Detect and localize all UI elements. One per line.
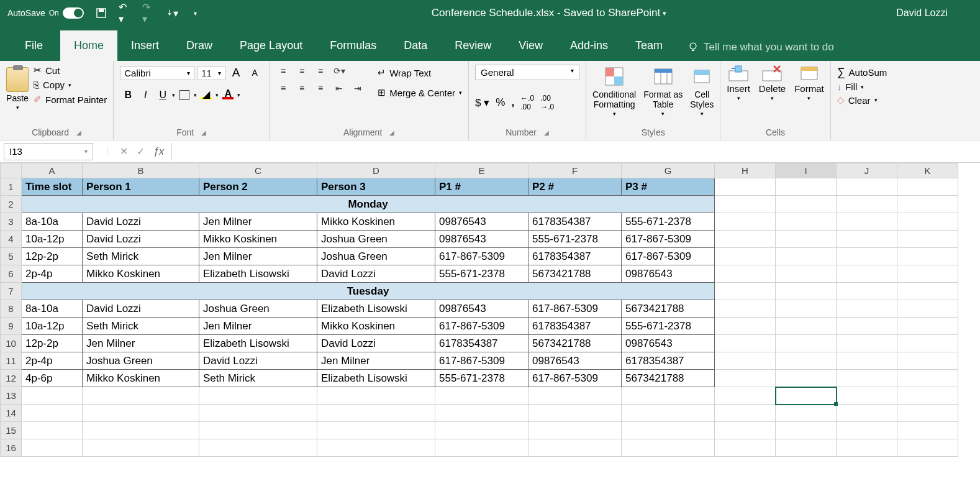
data-cell[interactable]: 617-867-5309 <box>622 248 715 265</box>
cut-button[interactable]: ✂Cut <box>34 65 107 76</box>
data-cell[interactable]: 617-867-5309 <box>435 248 529 265</box>
tab-home[interactable]: Home <box>60 30 117 61</box>
underline-button[interactable]: U <box>155 87 171 103</box>
cell[interactable] <box>83 422 199 439</box>
cell[interactable] <box>715 178 776 196</box>
column-header[interactable]: G <box>622 163 715 178</box>
name-box[interactable]: I13▾ <box>4 143 93 160</box>
data-cell[interactable]: Seth Mirick <box>83 318 199 335</box>
data-cell[interactable]: 10a-12p <box>22 231 83 248</box>
cell[interactable] <box>83 439 199 457</box>
cell[interactable] <box>622 405 715 422</box>
cell[interactable] <box>83 387 199 405</box>
namebox-dropdown-icon[interactable]: ⋮ <box>104 147 111 155</box>
tab-file[interactable]: File <box>7 30 60 61</box>
data-cell[interactable]: 617-867-5309 <box>435 352 529 370</box>
cell[interactable] <box>837 213 897 231</box>
data-cell[interactable]: David Lozzi <box>83 213 199 231</box>
cell[interactable] <box>776 283 837 300</box>
cell[interactable] <box>22 439 83 457</box>
cell[interactable] <box>897 265 958 283</box>
cell[interactable] <box>837 405 897 422</box>
data-cell[interactable]: Seth Mirick <box>83 248 199 265</box>
font-size-select[interactable]: 11▾ <box>197 66 225 80</box>
select-all-corner[interactable] <box>1 163 22 178</box>
cell[interactable] <box>837 318 897 335</box>
redo-icon[interactable]: ↷ ▾ <box>142 7 155 19</box>
user-name[interactable]: David Lozzi <box>896 7 948 19</box>
row-header[interactable]: 16 <box>1 439 22 457</box>
cell[interactable] <box>837 196 897 213</box>
data-cell[interactable]: Joshua Green <box>317 248 435 265</box>
tab-team[interactable]: Team <box>622 30 676 61</box>
row-header[interactable]: 8 <box>1 300 22 318</box>
accept-formula-icon[interactable]: ✓ <box>137 145 145 157</box>
data-cell[interactable]: Mikko Koskinen <box>317 213 435 231</box>
data-cell[interactable]: David Lozzi <box>199 352 317 370</box>
fill-color-button[interactable]: ◢ <box>198 87 214 103</box>
data-cell[interactable]: 5673421788 <box>529 335 622 352</box>
data-cell[interactable]: 8a-10a <box>22 300 83 318</box>
row-header[interactable]: 3 <box>1 213 22 231</box>
cell[interactable] <box>715 231 776 248</box>
cell[interactable] <box>622 387 715 405</box>
cell[interactable] <box>897 318 958 335</box>
cell[interactable] <box>199 422 317 439</box>
cell[interactable] <box>22 387 83 405</box>
data-cell[interactable]: 6178354387 <box>529 318 622 335</box>
paste-button[interactable]: Paste ▾ <box>6 65 29 111</box>
autosave-toggle[interactable]: AutoSave On <box>7 7 84 19</box>
data-cell[interactable]: Joshua Green <box>317 231 435 248</box>
undo-icon[interactable]: ↶ ▾ <box>119 7 131 19</box>
cell[interactable] <box>715 196 776 213</box>
increase-indent-icon[interactable]: ⇥ <box>350 82 365 94</box>
cell[interactable] <box>22 422 83 439</box>
cell[interactable] <box>776 370 837 387</box>
tab-data[interactable]: Data <box>390 30 441 61</box>
data-cell[interactable]: Mikko Koskinen <box>317 318 435 335</box>
data-cell[interactable]: 09876543 <box>435 300 529 318</box>
row-header[interactable]: 12 <box>1 370 22 387</box>
data-cell[interactable]: David Lozzi <box>317 335 435 352</box>
data-cell[interactable]: 5673421788 <box>622 370 715 387</box>
data-cell[interactable]: Jen Milner <box>199 213 317 231</box>
cell[interactable] <box>715 405 776 422</box>
column-header[interactable]: D <box>317 163 435 178</box>
cell[interactable] <box>837 335 897 352</box>
cell[interactable] <box>199 387 317 405</box>
merge-center-button[interactable]: ⊞Merge & Center▾ <box>378 87 462 98</box>
dialog-launcher-icon[interactable]: ◢ <box>201 129 206 136</box>
data-cell[interactable]: 09876543 <box>529 352 622 370</box>
data-cell[interactable]: 2p-4p <box>22 265 83 283</box>
format-painter-button[interactable]: ✐Format Painter <box>34 94 107 105</box>
format-cells-button[interactable]: Format▾ <box>794 65 824 101</box>
data-cell[interactable]: 6178354387 <box>622 352 715 370</box>
cell[interactable] <box>897 213 958 231</box>
qat-customize-icon[interactable]: ▾ <box>189 7 202 19</box>
data-cell[interactable]: 12p-2p <box>22 335 83 352</box>
align-right-icon[interactable]: ≡ <box>313 82 328 94</box>
spreadsheet-grid[interactable]: ABCDEFGHIJK1Time slotPerson 1Person 2Per… <box>0 163 980 457</box>
align-bottom-icon[interactable]: ≡ <box>313 65 328 77</box>
cell[interactable] <box>529 405 622 422</box>
cell[interactable] <box>776 352 837 370</box>
cell[interactable] <box>715 352 776 370</box>
align-center-icon[interactable]: ≡ <box>294 82 309 94</box>
format-as-table-button[interactable]: Format as Table▾ <box>643 65 683 117</box>
cell[interactable] <box>199 439 317 457</box>
cell[interactable] <box>837 370 897 387</box>
cell[interactable] <box>776 265 837 283</box>
decrease-indent-icon[interactable]: ⇤ <box>332 82 347 94</box>
clear-button[interactable]: ◇Clear▾ <box>837 94 887 106</box>
cell[interactable] <box>435 439 529 457</box>
cell[interactable] <box>897 335 958 352</box>
align-top-icon[interactable]: ≡ <box>276 65 291 77</box>
cell[interactable] <box>837 387 897 405</box>
column-header[interactable]: E <box>435 163 529 178</box>
header-cell[interactable]: P1 # <box>435 178 529 196</box>
percent-format-icon[interactable]: % <box>496 96 505 109</box>
number-format-select[interactable]: General▾ <box>475 65 579 80</box>
data-cell[interactable]: 555-671-2378 <box>622 213 715 231</box>
row-header[interactable]: 6 <box>1 265 22 283</box>
data-cell[interactable]: 4p-6p <box>22 370 83 387</box>
